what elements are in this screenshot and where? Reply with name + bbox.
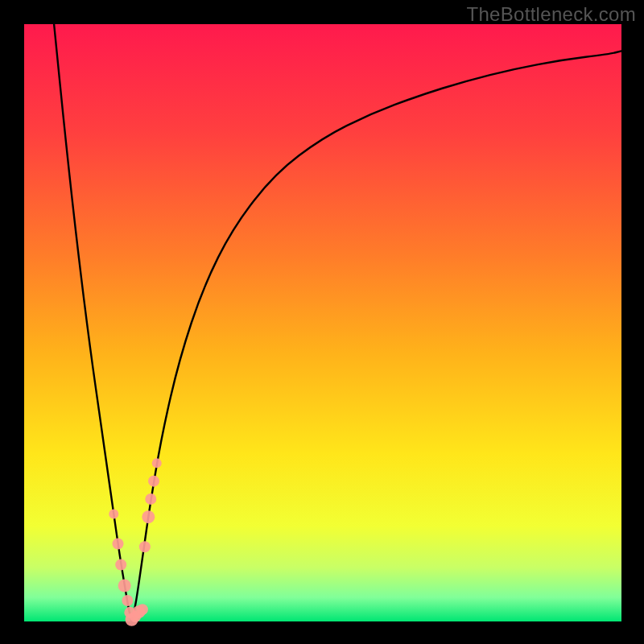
- marker-right-cluster-2: [145, 493, 156, 505]
- marker-left-cluster-1: [112, 539, 123, 550]
- chart-svg-layer: [24, 24, 621, 621]
- marker-left-cluster-2: [115, 559, 126, 571]
- marker-right-cluster-1: [142, 510, 155, 523]
- marker-right-cluster-3: [148, 476, 159, 487]
- watermark-text: TheBottleneck.com: [466, 3, 636, 26]
- marker-right-cluster-4: [152, 458, 162, 468]
- marker-right-cluster-0: [139, 541, 151, 552]
- marker-bottom-cluster-3: [137, 604, 148, 615]
- marker-left-cluster-3: [118, 579, 131, 592]
- marker-left-cluster-0: [109, 509, 118, 518]
- chart-plot-area: [24, 24, 621, 621]
- curve-right-branch: [132, 51, 621, 621]
- chart-outer-frame: TheBottleneck.com: [0, 0, 644, 644]
- curve-left-branch: [54, 24, 131, 621]
- marker-left-cluster-4: [122, 595, 133, 606]
